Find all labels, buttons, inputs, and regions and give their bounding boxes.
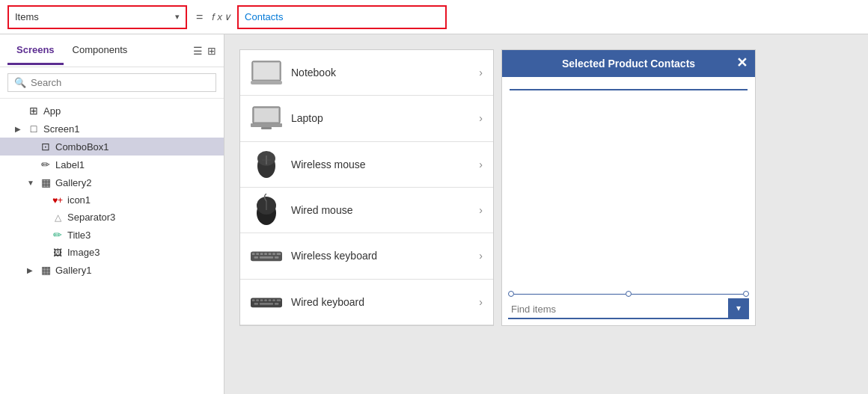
list-view-icon[interactable]: ☰ xyxy=(193,45,203,57)
handle-line2 xyxy=(632,294,743,295)
gallery-item-wireless-mouse[interactable]: Wireless mouse › xyxy=(240,142,493,188)
tab-components[interactable]: Components xyxy=(64,37,137,65)
svg-rect-2 xyxy=(251,81,282,84)
items-input-box[interactable]: Items ▾ xyxy=(7,5,187,29)
gallery-item-laptop[interactable]: Laptop › xyxy=(240,96,493,141)
svg-rect-5 xyxy=(251,123,282,127)
icon1-label: icon1 xyxy=(67,194,91,206)
tab-screens[interactable]: Screens xyxy=(7,37,64,65)
gallery-item-wired-mouse[interactable]: Wired mouse › xyxy=(240,188,493,233)
find-items-input[interactable] xyxy=(508,301,749,318)
combobox1-label: ComboBox1 xyxy=(55,141,109,153)
gallery-item-notebook[interactable]: Notebook › xyxy=(240,50,493,96)
items-label: Items xyxy=(15,11,171,22)
svg-rect-29 xyxy=(264,299,267,301)
wired-keyboard-image xyxy=(251,286,282,318)
svg-rect-20 xyxy=(272,253,275,256)
notebook-image xyxy=(251,57,282,88)
image3-label: Image3 xyxy=(67,247,100,258)
sidebar-item-separator3[interactable]: △ Separator3 xyxy=(0,209,224,226)
sidebar-item-combobox1[interactable]: ⊡ ComboBox1 xyxy=(0,138,224,156)
wired-keyboard-label: Wired keyboard xyxy=(291,296,470,308)
svg-rect-21 xyxy=(277,253,281,256)
svg-rect-22 xyxy=(254,256,258,259)
formula-text: Contacts xyxy=(245,11,283,22)
app-icon: ⊞ xyxy=(27,105,40,117)
screen1-label: Screen1 xyxy=(43,123,79,135)
laptop-image xyxy=(251,102,282,134)
selected-product-panel: Selected Product Contacts ✕ ▾ xyxy=(501,49,756,326)
gallery1-label: Gallery1 xyxy=(55,265,91,276)
sidebar-item-screen1[interactable]: ▶ □ Screen1 xyxy=(0,120,224,138)
chevron-gallery1: ▶ xyxy=(27,266,36,274)
svg-rect-4 xyxy=(254,108,278,122)
find-items-input-wrapper: ▾ xyxy=(508,301,749,319)
combobox1-icon: ⊡ xyxy=(39,141,52,153)
wireless-mouse-image xyxy=(251,149,282,180)
gallery2-icon: ▦ xyxy=(39,176,52,188)
sidebar: Screens Components ☰ ⊞ 🔍 ⊞ App ▶ xyxy=(0,34,224,394)
notebook-chevron: › xyxy=(479,67,483,79)
close-icon[interactable]: ✕ xyxy=(736,55,748,71)
sidebar-item-icon1[interactable]: ♥+ icon1 xyxy=(0,191,224,209)
svg-rect-30 xyxy=(269,299,272,301)
sidebar-item-label1[interactable]: ✏ Label1 xyxy=(0,156,224,173)
svg-rect-31 xyxy=(272,299,275,301)
items-dropdown-icon[interactable]: ▾ xyxy=(175,12,180,22)
sidebar-tree: ⊞ App ▶ □ Screen1 ⊡ ComboBox1 ✏ Label1 xyxy=(0,99,224,394)
handle-right xyxy=(743,291,749,297)
svg-rect-18 xyxy=(264,253,267,256)
blue-underline xyxy=(510,87,748,90)
chevron-screen1: ▶ xyxy=(15,125,24,133)
svg-rect-28 xyxy=(260,299,263,301)
wired-mouse-chevron: › xyxy=(479,204,483,216)
svg-rect-34 xyxy=(260,303,273,305)
handle-line xyxy=(514,294,626,295)
svg-rect-1 xyxy=(254,63,279,79)
wireless-keyboard-label: Wireless keyboard xyxy=(291,250,470,262)
svg-rect-19 xyxy=(269,253,272,256)
laptop-chevron: › xyxy=(479,112,483,124)
separator3-label: Separator3 xyxy=(67,212,115,223)
gallery-item-wireless-keyboard[interactable]: Wireless keyboard › xyxy=(240,233,493,279)
wired-keyboard-chevron: › xyxy=(479,296,483,308)
gallery-panel: Notebook › Laptop › xyxy=(239,49,494,326)
sidebar-view-icons: ☰ ⊞ xyxy=(193,45,216,57)
sidebar-item-app[interactable]: ⊞ App xyxy=(0,102,224,120)
selection-handles-row xyxy=(502,291,755,297)
selected-product-header: Selected Product Contacts ✕ xyxy=(502,50,755,77)
find-items-container: ▾ xyxy=(508,301,749,319)
fx-chevron[interactable]: ∨ xyxy=(224,11,231,22)
find-items-dropdown-button[interactable]: ▾ xyxy=(728,298,749,318)
main-area: Screens Components ☰ ⊞ 🔍 ⊞ App ▶ xyxy=(0,34,868,394)
sidebar-item-gallery1[interactable]: ▶ ▦ Gallery1 xyxy=(0,261,224,279)
sidebar-item-image3[interactable]: 🖼 Image3 xyxy=(0,244,224,261)
gallery2-label: Gallery2 xyxy=(55,177,91,188)
screen1-icon: □ xyxy=(27,123,40,135)
label1-label: Label1 xyxy=(55,159,85,170)
sidebar-tabs: Screens Components ☰ ⊞ xyxy=(0,34,224,67)
title3-icon: ✏ xyxy=(51,229,64,241)
formula-input-box[interactable]: Contacts xyxy=(237,5,447,29)
search-box[interactable]: 🔍 xyxy=(7,73,216,92)
gallery-item-wired-keyboard[interactable]: Wired keyboard › xyxy=(240,280,493,325)
svg-rect-16 xyxy=(256,253,259,256)
toolbar: Items ▾ = f x ∨ Contacts xyxy=(0,0,868,34)
wireless-keyboard-chevron: › xyxy=(479,250,483,262)
search-icon: 🔍 xyxy=(14,77,26,88)
notebook-label: Notebook xyxy=(291,67,470,79)
title3-label: Title3 xyxy=(67,230,91,241)
fx-text: f x xyxy=(212,11,222,22)
svg-rect-23 xyxy=(260,256,273,259)
label1-icon: ✏ xyxy=(39,158,52,170)
handle-left xyxy=(508,291,514,297)
search-input[interactable] xyxy=(31,77,210,88)
svg-rect-26 xyxy=(252,299,255,301)
wireless-mouse-label: Wireless mouse xyxy=(291,158,470,170)
app-label: App xyxy=(43,105,61,117)
sidebar-item-title3[interactable]: ✏ Title3 xyxy=(0,226,224,244)
grid-view-icon[interactable]: ⊞ xyxy=(207,45,216,57)
svg-rect-35 xyxy=(275,303,278,305)
selected-product-body: ▾ xyxy=(502,77,755,325)
sidebar-item-gallery2[interactable]: ▼ ▦ Gallery2 xyxy=(0,173,224,191)
